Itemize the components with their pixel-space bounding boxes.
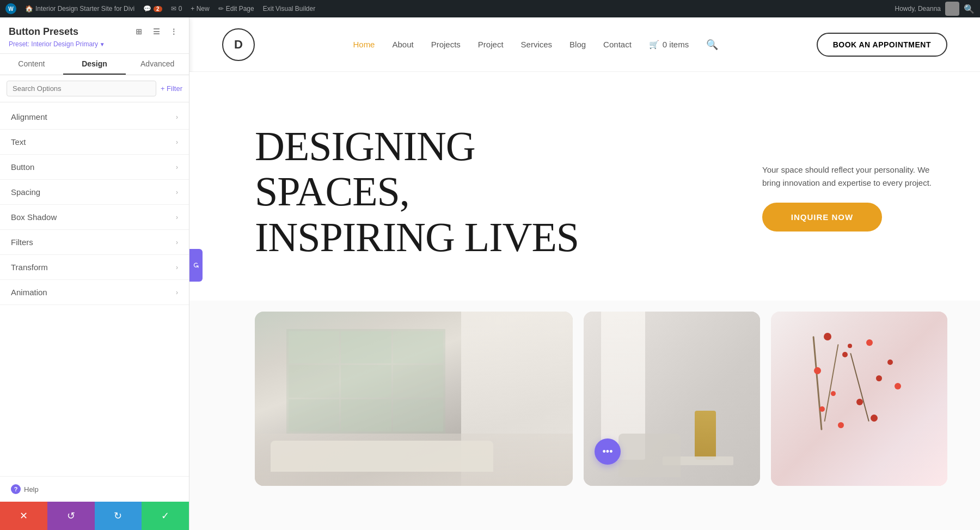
comments-link[interactable]: 💬 2	[143, 5, 162, 13]
content-area: D Home About Projects Project Services B…	[189, 17, 980, 530]
section-spacing-label: Spacing	[11, 187, 40, 197]
hero-section: DESIGNING SPACES, INSPIRING LIVES Your s…	[189, 72, 980, 301]
sidebar-actions: ✕ ↺ ↻ ✓	[0, 502, 189, 530]
cart-count: 0 items	[663, 40, 689, 49]
search-input[interactable]	[7, 81, 156, 96]
nav-about[interactable]: About	[392, 40, 413, 49]
images-section	[189, 301, 980, 486]
tab-content[interactable]: Content	[0, 54, 63, 75]
sidebar-tabs: Content Design Advanced	[0, 54, 189, 75]
wp-logo[interactable]: W	[5, 3, 16, 14]
chevron-animation-icon: ›	[176, 289, 178, 296]
float-btn-dots: •••	[603, 446, 613, 458]
help-icon: ?	[11, 484, 21, 494]
hero-heading-line2: SPACES,	[255, 168, 409, 214]
exit-builder-label: Exit Visual Builder	[263, 5, 316, 13]
sidebar-header: Button Presets ⊞ ☰ ⋮ Preset: Interior De…	[0, 17, 189, 54]
layout-icon[interactable]: ⊞	[132, 25, 145, 38]
sidebar: Button Presets ⊞ ☰ ⋮ Preset: Interior De…	[0, 17, 189, 530]
edit-page-label: Edit Page	[226, 5, 254, 13]
tab-design[interactable]: Design	[63, 54, 126, 75]
interior-img-detail-1	[255, 312, 573, 486]
message-icon: ✉	[171, 5, 176, 13]
section-text[interactable]: Text ›	[0, 130, 189, 155]
close-button[interactable]: ✕	[0, 502, 47, 530]
section-button[interactable]: Button ›	[0, 155, 189, 180]
section-filters[interactable]: Filters ›	[0, 230, 189, 255]
exit-builder-link[interactable]: Exit Visual Builder	[263, 5, 316, 13]
messages-link[interactable]: ✉ 0	[171, 5, 182, 13]
section-animation[interactable]: Animation ›	[0, 280, 189, 305]
section-text-label: Text	[11, 137, 26, 147]
nav-cart[interactable]: 🛒 0 items	[649, 40, 689, 50]
inquire-now-button[interactable]: INQUIRE NOW	[762, 203, 882, 232]
redo-button[interactable]: ↻	[95, 502, 142, 530]
nav-services[interactable]: Services	[521, 40, 553, 49]
nav-project[interactable]: Project	[478, 40, 504, 49]
sidebar-title-icons: ⊞ ☰ ⋮	[132, 25, 180, 38]
nav-projects[interactable]: Projects	[431, 40, 461, 49]
chevron-spacing-icon: ›	[176, 188, 178, 196]
avatar	[945, 2, 959, 16]
interior-img-detail-3	[771, 312, 947, 486]
chevron-button-icon: ›	[176, 163, 178, 171]
filter-button[interactable]: + Filter	[161, 84, 182, 93]
howdy-label: Howdy, Deanna	[895, 5, 941, 13]
site-logo: D	[222, 28, 255, 61]
nav-home[interactable]: Home	[353, 40, 375, 49]
wordpress-icon: W	[5, 3, 16, 14]
messages-count: 0	[179, 5, 182, 13]
chevron-transform-icon: ›	[176, 264, 178, 271]
divi-builder-tab[interactable]: ↺	[189, 249, 203, 282]
nav-contact[interactable]: Contact	[603, 40, 632, 49]
more-icon[interactable]: ⋮	[167, 25, 180, 38]
book-appointment-button[interactable]: BOOK AN APPOINTMENT	[817, 33, 947, 57]
new-post-link[interactable]: + New	[191, 5, 209, 13]
edit-page-link[interactable]: ✏ Edit Page	[218, 5, 254, 13]
section-transform-label: Transform	[11, 263, 48, 272]
chevron-filters-icon: ›	[176, 239, 178, 246]
section-animation-label: Animation	[11, 288, 47, 297]
comments-count: 2	[154, 6, 162, 12]
section-box-shadow[interactable]: Box Shadow ›	[0, 205, 189, 230]
site-name: Interior Design Starter Site for Divi	[35, 5, 134, 13]
admin-bar: W 🏠 Interior Design Starter Site for Div…	[0, 0, 980, 17]
tab-advanced[interactable]: Advanced	[126, 54, 189, 75]
columns-icon[interactable]: ☰	[150, 25, 163, 38]
interior-image-1	[255, 312, 573, 486]
sidebar-sections: Alignment › Text › Button › Spacing › Bo…	[0, 102, 189, 476]
section-button-label: Button	[11, 162, 34, 172]
site-header: D Home About Projects Project Services B…	[189, 17, 980, 72]
cart-icon: 🛒	[649, 40, 659, 50]
comment-icon: 💬	[143, 5, 151, 13]
section-transform[interactable]: Transform ›	[0, 255, 189, 280]
chevron-alignment-icon: ›	[176, 113, 178, 121]
section-spacing[interactable]: Spacing ›	[0, 180, 189, 205]
search-wrap	[7, 81, 156, 96]
logo-circle: D	[222, 28, 255, 61]
admin-bar-right: Howdy, Deanna 🔍	[895, 2, 975, 16]
section-alignment-label: Alignment	[11, 112, 47, 121]
undo-button[interactable]: ↺	[47, 502, 95, 530]
save-button[interactable]: ✓	[142, 502, 189, 530]
hero-right: Your space should reflect your personali…	[762, 153, 936, 232]
pencil-icon: ✏	[218, 5, 224, 13]
section-filters-label: Filters	[11, 237, 33, 247]
float-action-button[interactable]: •••	[595, 438, 621, 465]
sidebar-title-row: Button Presets ⊞ ☰ ⋮	[9, 25, 180, 38]
hero-heading-line1: DESIGNING	[255, 123, 475, 169]
search-admin-icon[interactable]: 🔍	[964, 4, 975, 14]
new-label: + New	[191, 5, 209, 13]
nav-blog[interactable]: Blog	[569, 40, 586, 49]
hero-text: DESIGNING SPACES, INSPIRING LIVES	[255, 124, 730, 260]
sidebar-help[interactable]: ? Help	[0, 476, 189, 502]
site-nav: Home About Projects Project Services Blo…	[353, 39, 718, 51]
chevron-text-icon: ›	[176, 138, 178, 146]
preset-label[interactable]: Preset: Interior Design Primary	[9, 40, 180, 48]
help-label: Help	[24, 485, 39, 494]
nav-search-icon[interactable]: 🔍	[706, 39, 718, 51]
hero-heading-line3: INSPIRING LIVES	[255, 214, 579, 260]
site-link[interactable]: 🏠 Interior Design Starter Site for Divi	[25, 5, 134, 13]
chevron-box-shadow-icon: ›	[176, 214, 178, 221]
section-alignment[interactable]: Alignment ›	[0, 105, 189, 130]
